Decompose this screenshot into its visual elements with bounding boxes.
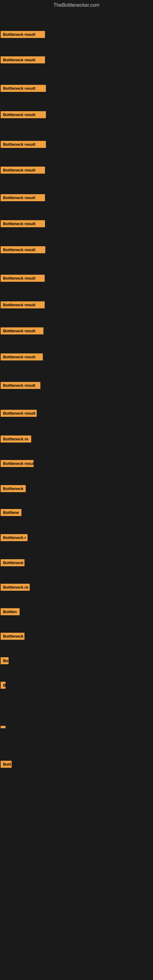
bottleneck-label: Bottleneck result [1,85,46,92]
bottleneck-item-25[interactable]: Bo [1,657,9,665]
bottleneck-label: Bottleneck result [1,410,37,417]
bottleneck-item-11[interactable]: Bottleneck result [1,301,45,310]
bottleneck-label: Bottleneck [1,633,24,640]
site-title: TheBottlenecker.com [0,0,153,10]
bottleneck-label: Bottlen [1,608,19,615]
bottleneck-item[interactable] [1,724,5,730]
bottleneck-label: B [1,682,5,689]
bottleneck-label: Bottleneck result [1,246,45,253]
bottleneck-item-1[interactable]: Bottleneck result [1,31,45,39]
bottleneck-label [1,726,5,728]
bottleneck-item-21[interactable]: Bottleneck [1,559,24,568]
bottleneck-label: Bott [1,761,12,768]
bottleneck-item-17[interactable]: Bottleneck resul [1,460,33,468]
bottleneck-item-8[interactable]: Bottleneck result [1,220,45,229]
bottleneck-label: Bottleneck re [1,584,30,591]
bottleneck-label: Bottleneck r [1,534,27,541]
bottleneck-item-5[interactable]: Bottleneck result [1,141,46,149]
bottleneck-label: Bottleneck result [1,167,45,173]
bottleneck-label: Bo [1,657,9,664]
bottleneck-label: Bottlene [1,509,21,516]
bottleneck-label: Bottleneck [1,485,26,492]
bottleneck-label: Bottleneck result [1,31,45,38]
bottleneck-item-15[interactable]: Bottleneck result [1,410,37,418]
bottleneck-label: Bottleneck result [1,275,45,282]
bottleneck-item-18[interactable]: Bottleneck [1,485,26,493]
bottleneck-item-16[interactable]: Bottleneck re [1,436,31,444]
bottleneck-label: Bottleneck result [1,353,43,360]
bottleneck-label: Bottleneck result [1,56,45,64]
bottleneck-item-20[interactable]: Bottleneck r [1,534,27,542]
bottleneck-label: Bottleneck result [1,382,40,389]
bottleneck-item-12[interactable]: Bottleneck result [1,328,43,336]
bottleneck-item-24[interactable]: Bottleneck [1,633,24,641]
bottleneck-label: Bottleneck result [1,220,45,227]
bottleneck-item-6[interactable]: Bottleneck result [1,167,45,175]
bottleneck-item-13[interactable]: Bottleneck result [1,353,43,362]
bottleneck-item-19[interactable]: Bottlene [1,509,21,517]
bottleneck-label: Bottleneck result [1,111,46,118]
bottleneck-item-23[interactable]: Bottlen [1,608,19,616]
bottleneck-label: Bottleneck result [1,328,43,334]
bottleneck-item-2[interactable]: Bottleneck result [1,56,45,65]
bottleneck-label: Bottleneck result [1,141,46,148]
bottleneck-item-4[interactable]: Bottleneck result [1,111,46,119]
bottleneck-item-14[interactable]: Bottleneck result [1,382,40,390]
bottleneck-label: Bottleneck [1,559,24,566]
bottleneck-item-7[interactable]: Bottleneck result [1,194,45,202]
bottleneck-item-22[interactable]: Bottleneck re [1,584,30,592]
bottleneck-label: Bottleneck resul [1,460,33,467]
bottleneck-item-28[interactable]: Bott [1,761,12,769]
bottleneck-label: Bottleneck result [1,301,45,309]
bottleneck-item-9[interactable]: Bottleneck result [1,246,45,255]
bottleneck-item-3[interactable]: Bottleneck result [1,85,46,93]
bottleneck-item-10[interactable]: Bottleneck result [1,275,45,283]
bottleneck-item-26[interactable]: B [1,682,5,690]
bottleneck-label: Bottleneck result [1,194,45,201]
bottleneck-label: Bottleneck re [1,436,31,442]
